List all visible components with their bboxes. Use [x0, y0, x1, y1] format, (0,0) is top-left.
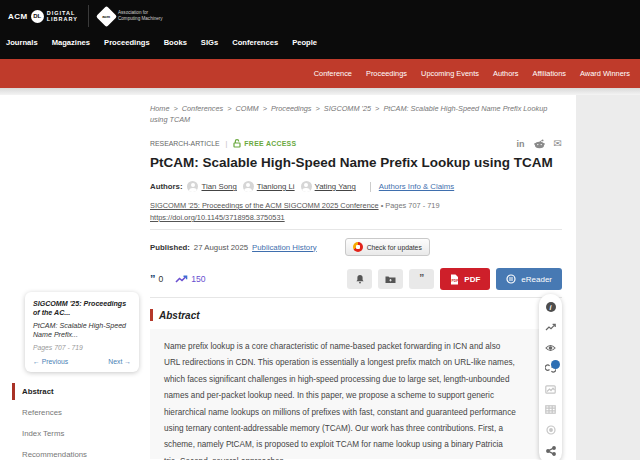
trend-icon: [175, 275, 188, 284]
nav-people[interactable]: People: [292, 38, 317, 47]
pages-bullet: •: [381, 201, 384, 210]
digital-library-text: DIGITALLIBRARY: [47, 10, 78, 23]
published-row: Published: 27 August 2025 Publication Hi…: [150, 238, 562, 256]
author-avatar: [187, 181, 198, 192]
references-badge-icon[interactable]: [545, 363, 556, 374]
citation-count: 0: [159, 274, 164, 284]
author-link-2[interactable]: Tianlong Li: [257, 182, 295, 191]
pdf-button[interactable]: PDF PDF: [440, 268, 490, 290]
nav-proceedings[interactable]: Proceedings: [104, 38, 150, 47]
card-article-title: PtCAM: Scalable High-Speed Name Prefix..…: [33, 322, 131, 340]
venue-link[interactable]: SIGCOMM '25: Proceedings of the ACM SIGC…: [150, 201, 379, 210]
abstract-text: Name prefix lookup is a core characteris…: [164, 339, 516, 460]
article-type-label: RESEARCH-ARTICLE: [150, 140, 220, 147]
abstract-section: Abstract Name prefix lookup is a core ch…: [150, 309, 562, 459]
crumb-separator: >: [375, 104, 379, 113]
section-nav: Abstract References Index Terms Recommen…: [12, 383, 137, 460]
svg-text:PDF: PDF: [452, 279, 459, 283]
confnav-award-winners[interactable]: Award Winners: [580, 69, 630, 78]
author-link-3[interactable]: Yating Yang: [315, 182, 356, 191]
article-main: Home > Conferences > COMM > Proceedings …: [150, 95, 562, 459]
confnav-proceedings[interactable]: Proceedings: [366, 69, 407, 78]
crossmark-icon: [353, 242, 363, 252]
dl-gear-icon: DL: [31, 10, 44, 23]
previous-article-link[interactable]: ← Previous: [33, 358, 68, 365]
save-to-binder-button[interactable]: [378, 269, 403, 289]
email-icon[interactable]: ✉: [554, 138, 562, 149]
confnav-conference[interactable]: Conference: [314, 69, 352, 78]
header-shadow-strip: [0, 88, 640, 95]
publication-history-link[interactable]: Publication History: [252, 243, 317, 252]
article-title: PtCAM: Scalable High-Speed Name Prefix L…: [150, 155, 562, 170]
metrics-actions-row: ” 0 150: [150, 268, 562, 290]
acm-dl-logo[interactable]: ACM DL DIGITALLIBRARY: [8, 10, 78, 23]
pdf-label: PDF: [464, 275, 480, 284]
arrow-left-icon: ←: [33, 358, 40, 365]
breadcrumb: Home > Conferences > COMM > Proceedings …: [150, 103, 550, 125]
info-icon[interactable]: i: [545, 302, 556, 312]
ereader-icon: [506, 274, 516, 284]
metrics-trend-icon[interactable]: [545, 322, 556, 332]
card-pages: Pages 707 - 719: [33, 344, 131, 351]
right-rail: [576, 95, 640, 460]
ereader-label: eReader: [521, 275, 552, 284]
acm-association-logo[interactable]: acm Association forComputing Machinery: [99, 9, 163, 24]
crumb-comm[interactable]: COMM: [236, 104, 259, 113]
section-nav-abstract[interactable]: Abstract: [12, 383, 137, 400]
ereader-button[interactable]: eReader: [496, 268, 562, 290]
reddit-icon[interactable]: [534, 139, 545, 149]
crumb-conferences[interactable]: Conferences: [182, 104, 223, 113]
nav-books[interactable]: Books: [164, 38, 187, 47]
divider: [150, 297, 562, 298]
section-nav-index-terms[interactable]: Index Terms: [12, 425, 137, 442]
context-card: SIGCOMM '25: Proceedings of the AC... Pt…: [25, 292, 139, 372]
check-for-updates-button[interactable]: Check for updates: [345, 238, 430, 256]
share-icon[interactable]: [545, 446, 556, 456]
action-buttons: ” PDF PDF eReader: [347, 268, 562, 290]
published-date: 27 August 2025: [194, 243, 248, 252]
card-pagination: ← Previous Next →: [33, 358, 131, 365]
authors-row: Authors: Tian Song Tianlong Li Yating Ya…: [150, 181, 562, 192]
conference-nav-bar: Conference Proceedings Upcoming Events A…: [0, 59, 640, 88]
association-text: Association forComputing Machinery: [118, 10, 163, 21]
confnav-affiliations[interactable]: Affiliations: [532, 69, 566, 78]
authors-info-claims-link[interactable]: Authors Info & Claims: [379, 182, 454, 191]
bell-icon: [355, 274, 365, 284]
folder-plus-icon: [385, 275, 396, 284]
downloads-count: 150: [191, 274, 205, 284]
nav-magazines[interactable]: Magazines: [52, 38, 90, 47]
media-icon: [545, 425, 556, 435]
eye-icon[interactable]: [545, 343, 556, 353]
crumb-home[interactable]: Home: [150, 104, 169, 113]
figures-icon: [545, 384, 556, 394]
nav-conferences[interactable]: Conferences: [232, 38, 278, 47]
acm-logo-text: ACM: [8, 12, 28, 21]
crumb-separator: >: [227, 104, 231, 113]
confnav-authors[interactable]: Authors: [493, 69, 518, 78]
arrow-right-icon: →: [124, 358, 131, 365]
card-venue-title[interactable]: SIGCOMM '25: Proceedings of the AC...: [33, 300, 131, 318]
crumb-proceedings[interactable]: Proceedings: [271, 104, 312, 113]
abstract-body: Name prefix lookup is a core characteris…: [150, 329, 550, 459]
lock-open-icon: [233, 139, 241, 148]
tables-icon: [545, 405, 556, 415]
abstract-heading-row: Abstract: [150, 309, 562, 321]
crumb-separator: >: [316, 104, 320, 113]
cite-button[interactable]: ”: [409, 269, 434, 289]
crumb-sigcomm25[interactable]: SIGCOMM '25: [324, 104, 371, 113]
section-nav-references[interactable]: References: [12, 404, 137, 421]
primary-nav: Journals Magazines Proceedings Books SIG…: [0, 32, 640, 47]
pdf-file-icon: PDF: [450, 274, 459, 285]
logo-divider: [88, 5, 89, 27]
nav-sigs[interactable]: SIGs: [201, 38, 218, 47]
next-article-link[interactable]: Next →: [108, 358, 131, 365]
confnav-upcoming-events[interactable]: Upcoming Events: [421, 69, 479, 78]
section-nav-recommendations[interactable]: Recommendations: [12, 446, 137, 460]
linkedin-icon[interactable]: in: [517, 139, 525, 149]
alerts-bell-button[interactable]: [347, 269, 372, 289]
author-avatar: [243, 181, 254, 192]
acm-diamond-icon: acm: [96, 5, 117, 26]
author-link-1[interactable]: Tian Song: [201, 182, 236, 191]
doi-link[interactable]: https://doi.org/10.1145/3718958.3750531: [150, 213, 285, 222]
nav-journals[interactable]: Journals: [6, 38, 38, 47]
